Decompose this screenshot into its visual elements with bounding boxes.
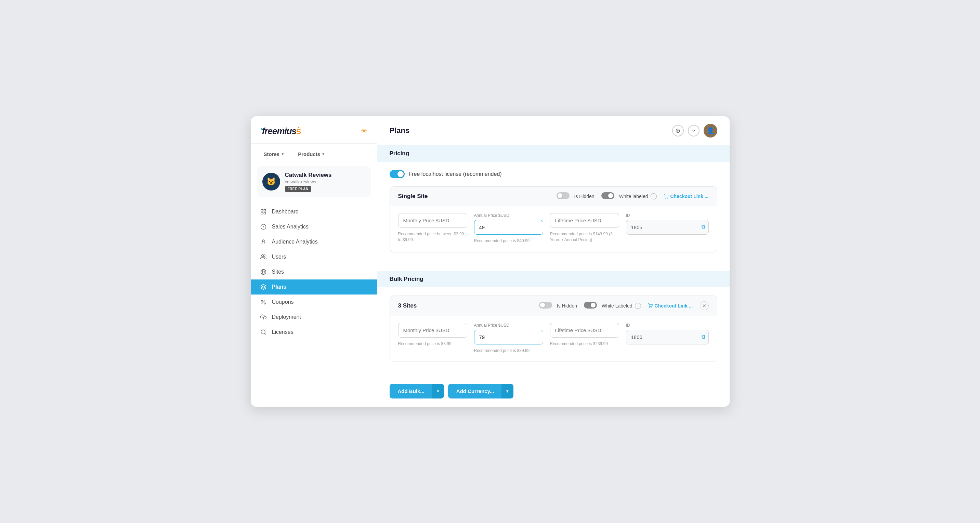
sidebar-item-label: Users (272, 254, 286, 260)
white-labeled-toggle[interactable] (601, 192, 616, 200)
bulk-copy-icon[interactable]: ⧉ (702, 334, 705, 340)
bulk-white-labeled-toggle[interactable] (584, 302, 599, 310)
sidebar-item-label: Licenses (272, 329, 293, 335)
add-button[interactable]: ⊕ (672, 125, 684, 137)
bulk-lifetime-price-group: Recommended price is $239.99 (550, 323, 619, 347)
sidebar-item-coupons[interactable]: Coupons (251, 294, 377, 310)
checkout-link[interactable]: Checkout Link ... (663, 194, 708, 199)
add-currency-dropdown[interactable]: ▾ (501, 384, 514, 399)
bulk-monthly-price-hint: Recommended price is $8.99 (398, 341, 467, 347)
bulk-id-label: ID (626, 323, 709, 328)
user-avatar[interactable]: 👤 (704, 124, 717, 138)
svg-point-16 (665, 198, 666, 198)
bulk-site-header: 3 Sites Is Hidden (390, 296, 717, 316)
products-tab[interactable]: Products ▾ (292, 148, 331, 160)
bulk-site-fields: Recommended price is $8.99 Annual Price … (390, 316, 717, 362)
svg-point-17 (668, 198, 668, 198)
sidebar-item-label: Deployment (272, 314, 301, 320)
white-labeled-group: White labeled i (601, 192, 657, 200)
bulk-pricing-label: Bulk Pricing (390, 276, 423, 282)
svg-rect-1 (264, 209, 266, 211)
bulk-section-body: 3 Sites Is Hidden (377, 287, 730, 381)
id-input[interactable] (626, 220, 709, 235)
avatar: 🐱 (262, 173, 280, 191)
svg-line-15 (264, 333, 266, 334)
products-tab-label: Products (298, 151, 320, 157)
bulk-annual-price-input[interactable] (474, 330, 543, 345)
product-info: Catwalk Reviews catwalk-reviews FREE PLA… (285, 172, 365, 192)
lifetime-price-input[interactable] (550, 213, 619, 228)
bulk-pricing-section-header: Bulk Pricing (377, 271, 730, 287)
add-bulk-button[interactable]: Add Bulk... (390, 384, 433, 399)
single-site-header: Single Site Is Hidden (390, 187, 717, 206)
sidebar-header: 'freemiusṡ ☀ (251, 116, 377, 144)
add-currency-button[interactable]: Add Currency... (448, 384, 503, 399)
white-labeled-info-icon[interactable]: i (651, 193, 657, 199)
grid-icon (259, 209, 267, 215)
bulk-site-controls: Is Hidden White Labeled i (539, 301, 709, 310)
sun-icon: ☀ (361, 127, 368, 135)
products-chevron-icon: ▾ (322, 151, 324, 156)
sidebar-item-licenses[interactable]: Licenses (251, 324, 377, 340)
bulk-site-title: 3 Sites (398, 302, 417, 309)
svg-point-5 (262, 240, 264, 242)
bulk-checkout-link-label: Checkout Link ... (654, 303, 693, 308)
plan-badge: FREE PLAN (285, 186, 311, 192)
bulk-fields-row: Recommended price is $8.99 Annual Price … (398, 323, 709, 354)
stores-tab[interactable]: Stores ▾ (258, 148, 290, 160)
annual-price-group: Annual Price $USD Recommended price is $… (474, 213, 543, 244)
white-labeled-label: White labeled (619, 194, 648, 199)
add-currency-group: Add Currency... ▾ (448, 384, 514, 399)
bulk-id-input[interactable] (626, 330, 709, 345)
globe-icon (259, 269, 267, 275)
svg-point-11 (261, 300, 263, 301)
stores-tab-label: Stores (264, 151, 280, 157)
bulk-lifetime-price-input[interactable] (550, 323, 619, 338)
bulk-lifetime-price-hint: Recommended price is $239.99 (550, 341, 619, 347)
svg-rect-2 (261, 212, 263, 214)
chart-line-icon (259, 224, 267, 230)
sidebar-item-users[interactable]: Users (251, 250, 377, 264)
free-localhost-row: Free localhost license (recommended) (390, 170, 717, 178)
sidebar-item-label: Sales Analytics (272, 224, 309, 230)
sidebar-item-sites[interactable]: Sites (251, 264, 377, 280)
bulk-annual-price-label: Annual Price $USD (474, 323, 543, 328)
upload-icon (259, 314, 267, 320)
bulk-is-hidden-group: Is Hidden (539, 302, 577, 310)
bulk-monthly-price-input[interactable] (398, 323, 467, 338)
sidebar-item-sales-analytics[interactable]: Sales Analytics (251, 219, 377, 234)
single-site-plan-card: Single Site Is Hidden (390, 186, 717, 253)
bulk-site-plan-card: 3 Sites Is Hidden (390, 296, 717, 362)
is-hidden-toggle[interactable] (557, 192, 571, 200)
annual-price-input[interactable] (474, 220, 543, 235)
monthly-price-input[interactable] (398, 213, 467, 228)
bulk-checkout-link[interactable]: Checkout Link ... (648, 303, 693, 308)
single-site-controls: Is Hidden White labeled i (557, 192, 709, 200)
free-localhost-toggle[interactable] (390, 170, 405, 178)
sidebar-item-audience-analytics[interactable]: Audience Analytics (251, 234, 377, 250)
remove-bulk-button[interactable]: ✕ (700, 301, 709, 310)
bulk-annual-price-hint: Recommended price is $89.99 (474, 348, 543, 354)
app-window: 'freemiusṡ ☀ Stores ▾ Products ▾ 🐱 Catwa… (251, 116, 730, 407)
add-bulk-dropdown[interactable]: ▾ (432, 384, 444, 399)
svg-line-10 (261, 300, 265, 304)
svg-point-14 (261, 330, 265, 334)
bulk-white-labeled-group: White Labeled i (584, 302, 641, 310)
chevron-down-button[interactable] (688, 125, 700, 137)
action-buttons: Add Bulk... ▾ Add Currency... ▾ (377, 380, 730, 407)
sidebar-item-deployment[interactable]: Deployment (251, 310, 377, 324)
copy-icon[interactable]: ⧉ (702, 224, 705, 230)
add-bulk-label: Add Bulk... (398, 388, 425, 394)
svg-rect-3 (264, 212, 266, 214)
bulk-is-hidden-toggle[interactable] (539, 302, 554, 310)
sidebar-item-dashboard[interactable]: Dashboard (251, 204, 377, 219)
logo: 'freemiusṡ (260, 126, 301, 137)
add-currency-label: Add Currency... (456, 388, 494, 394)
sidebar-item-plans[interactable]: Plans (251, 280, 377, 294)
sidebar: 'freemiusṡ ☀ Stores ▾ Products ▾ 🐱 Catwa… (251, 116, 377, 407)
pricing-section-label: Pricing (390, 150, 409, 157)
is-hidden-label: Is Hidden (574, 194, 595, 199)
bulk-white-labeled-info-icon[interactable]: i (635, 303, 641, 309)
lifetime-price-group: Recommended price is $149.99 (3 Years x … (550, 213, 619, 243)
sidebar-item-label: Audience Analytics (272, 239, 318, 245)
